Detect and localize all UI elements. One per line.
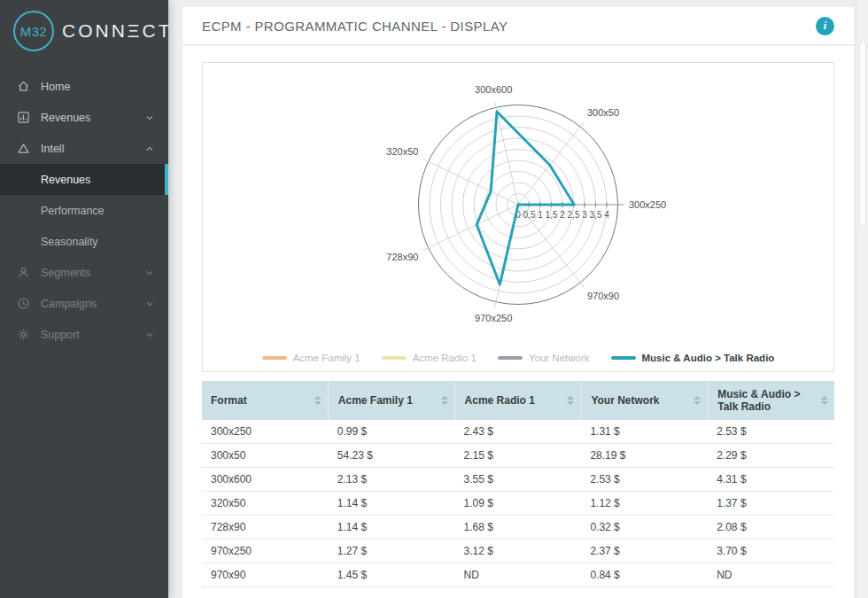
sort-arrows-icon[interactable] [441,396,448,405]
sidebar-item-intell[interactable]: Intell [0,133,168,164]
radar-series-music-audio-talk-radio [477,112,574,284]
value-cell: 28.19 $ [581,444,708,468]
brand-name: CONNΞCT [62,20,172,42]
chart-legend: Acme Family 1Acme Radio 1Your NetworkMus… [203,353,833,363]
value-cell: 0.32 $ [581,516,708,540]
radar-category-label-300x600: 300x600 [475,84,512,95]
radar-tick-label: 1,5 [546,210,558,220]
page-header: ECPM - PROGRAMMATIC CHANNEL - DISPLAY i [182,7,854,46]
home-icon [16,80,30,94]
brand-logo[interactable]: M32 CONNΞCT [0,0,168,64]
radar-category-label-728x90: 728x90 [386,252,418,262]
column-header-format[interactable]: Format [202,381,329,420]
chevron-down-icon [145,299,154,308]
radar-tick-label: 4 [604,210,609,220]
value-cell: 1.09 $ [455,492,582,516]
legend-swatch-icon [382,356,407,360]
logo-m32-text: M32 [20,24,48,39]
sidebar-subitem-intell-performance[interactable]: Performance [0,195,168,226]
value-cell: 1.45 $ [329,563,455,587]
radar-axis-320x50 [422,159,518,205]
value-cell: ND [708,563,834,587]
ecpm-table: FormatAcme Family 1Acme Radio 1Your Netw… [202,381,834,587]
radar-tick-label: 1 [538,210,543,220]
legend-label: Music & Audio > Talk Radio [642,353,775,363]
gear-icon [16,328,30,342]
legend-label: Acme Radio 1 [413,353,477,363]
sidebar-item-label: Campaigns [41,298,97,310]
legend-label: Acme Family 1 [293,353,360,363]
table-row-300x250: 300x2500.99 $2.43 $1.31 $2.53 $ [202,420,834,444]
legend-swatch-icon [498,356,523,360]
column-header-acme-family-1[interactable]: Acme Family 1 [329,381,455,420]
info-icon[interactable]: i [816,17,834,35]
table-row-320x50: 320x501.14 $1.09 $1.12 $1.37 $ [202,492,834,516]
sidebar-item-segments[interactable]: Segments [0,257,168,288]
legend-swatch-icon [611,356,636,360]
sidebar-subitem-intell-revenues[interactable]: Revenues [0,164,168,195]
value-cell: 54.23 $ [329,444,455,468]
value-cell: 2.13 $ [329,468,455,492]
page-title: ECPM - PROGRAMMATIC CHANNEL - DISPLAY [202,19,508,34]
radar-chart-card: 00,511,522,533,54300x250300x50300x600320… [202,62,834,372]
sort-arrows-icon[interactable] [694,396,701,405]
legend-item-acme-family-1[interactable]: Acme Family 1 [262,353,360,363]
value-cell: 0.84 $ [581,563,708,587]
main-area: ECPM - PROGRAMMATIC CHANNEL - DISPLAY i … [168,0,857,598]
radar-tick-label: 0,5 [523,210,536,220]
triangle-icon [16,142,30,156]
table-row-300x50: 300x5054.23 $2.15 $28.19 $2.29 $ [202,444,834,468]
radar-category-label-300x250: 300x250 [629,199,666,210]
value-cell: 1.14 $ [329,516,455,540]
sort-arrows-icon[interactable] [567,396,574,405]
value-cell: 2.53 $ [708,420,834,444]
radar-tick-label: 3,5 [590,210,602,220]
m32-logo-icon: M32 [13,11,54,51]
legend-item-music-audio-talk-radio[interactable]: Music & Audio > Talk Radio [611,353,775,363]
vertical-scrollbar[interactable] [857,0,868,598]
sidebar-item-support[interactable]: Support [0,319,168,350]
sidebar: M32 CONNΞCT HomeRevenuesIntellRevenuesPe… [0,0,168,598]
scrollbar-thumb[interactable] [859,41,866,227]
chevron-down-icon [145,268,154,277]
sidebar-item-revenues[interactable]: Revenues [0,102,168,133]
radar-chart: 00,511,522,533,54300x250300x50300x600320… [203,63,833,371]
sidebar-item-label: Support [41,329,80,341]
sidebar-nav: HomeRevenuesIntellRevenuesPerformanceSea… [0,71,168,350]
column-header-label: Acme Family 1 [338,394,413,407]
column-header-music-audio-talk-radio[interactable]: Music & Audio > Talk Radio [708,381,834,420]
value-cell: 0.99 $ [329,420,455,444]
radar-category-label-300x50: 300x50 [587,107,619,118]
value-cell: 2.43 $ [455,420,582,444]
value-cell: 2.53 $ [581,468,708,492]
format-cell: 970x250 [202,540,329,563]
chevron-down-icon [145,113,154,122]
format-cell: 320x50 [202,492,329,516]
column-header-label: Format [211,394,247,407]
sidebar-item-campaigns[interactable]: Campaigns [0,288,168,319]
value-cell: ND [455,563,582,587]
value-cell: 1.27 $ [329,540,455,563]
content-body: 00,511,522,533,54300x250300x50300x600320… [182,46,854,587]
value-cell: 3.55 $ [455,468,582,492]
sidebar-subitem-intell-seasonality[interactable]: Seasonality [0,226,168,257]
column-header-label: Music & Audio > Talk Radio [717,388,800,413]
value-cell: 1.68 $ [455,516,582,540]
sidebar-item-label: Segments [41,267,90,279]
value-cell: 1.14 $ [329,492,455,516]
sort-arrows-icon[interactable] [314,396,322,405]
legend-item-your-network[interactable]: Your Network [498,353,590,363]
column-header-acme-radio-1[interactable]: Acme Radio 1 [455,381,582,420]
legend-item-acme-radio-1[interactable]: Acme Radio 1 [382,353,477,363]
column-header-your-network[interactable]: Your Network [581,381,708,420]
radar-category-label-970x250: 970x250 [475,313,512,323]
radar-tick-label: 2,5 [568,210,580,220]
sidebar-item-home[interactable]: Home [0,71,168,102]
table-row-728x90: 728x901.14 $1.68 $0.32 $2.08 $ [202,516,834,540]
value-cell: 1.31 $ [581,420,708,444]
format-cell: 970x90 [202,563,329,587]
format-cell: 728x90 [202,516,329,540]
sort-arrows-icon[interactable] [821,396,828,405]
column-header-label: Your Network [591,394,659,407]
format-cell: 300x250 [202,420,329,444]
